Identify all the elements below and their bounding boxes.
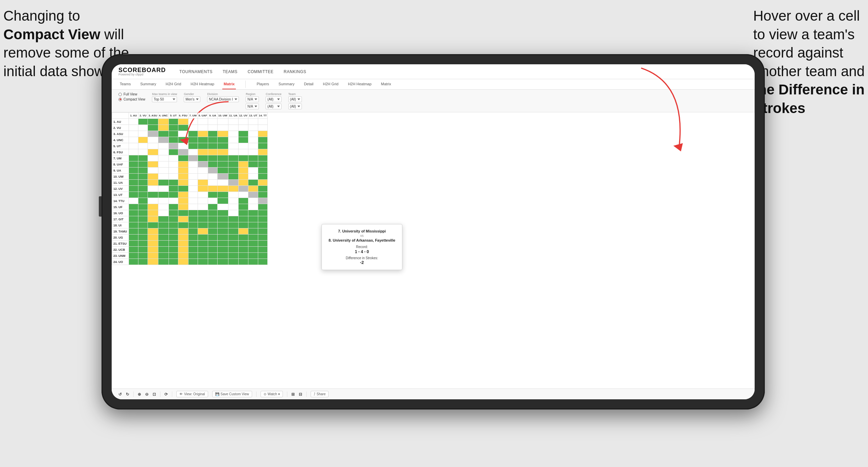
matrix-cell[interactable] — [169, 204, 178, 210]
matrix-cell[interactable] — [228, 192, 238, 198]
matrix-cell[interactable] — [208, 192, 217, 198]
zoom-out-icon[interactable]: ⊖ — [145, 392, 149, 397]
matrix-cell[interactable] — [198, 186, 208, 192]
matrix-cell[interactable] — [258, 131, 268, 137]
matrix-cell[interactable] — [248, 228, 258, 235]
matrix-cell[interactable] — [228, 247, 238, 253]
matrix-cell[interactable] — [208, 155, 217, 161]
matrix-cell[interactable] — [148, 186, 158, 192]
matrix-cell[interactable] — [158, 168, 169, 174]
matrix-cell[interactable] — [169, 216, 178, 222]
matrix-cell[interactable] — [129, 247, 138, 253]
matrix-cell[interactable] — [228, 241, 238, 247]
matrix-cell[interactable] — [238, 192, 248, 198]
matrix-cell[interactable] — [129, 210, 138, 216]
matrix-cell[interactable] — [138, 247, 148, 253]
matrix-cell[interactable] — [158, 155, 169, 161]
matrix-cell[interactable] — [129, 161, 138, 168]
matrix-cell[interactable] — [129, 180, 138, 186]
matrix-cell[interactable] — [238, 186, 248, 192]
matrix-cell[interactable] — [129, 192, 138, 198]
full-view-option[interactable]: Full View — [118, 92, 145, 96]
matrix-cell[interactable] — [148, 228, 158, 235]
matrix-cell[interactable] — [217, 161, 228, 168]
sub-nav-matrix1[interactable]: Matrix — [222, 79, 236, 89]
matrix-cell[interactable] — [138, 143, 148, 149]
matrix-cell[interactable] — [208, 180, 217, 186]
matrix-cell[interactable] — [138, 137, 148, 143]
matrix-cell[interactable] — [217, 180, 228, 186]
matrix-cell[interactable] — [148, 125, 158, 131]
matrix-cell[interactable] — [169, 168, 178, 174]
matrix-cell[interactable] — [158, 216, 169, 222]
matrix-cell[interactable] — [198, 180, 208, 186]
matrix-cell[interactable] — [148, 198, 158, 204]
matrix-cell[interactable] — [138, 235, 148, 241]
watch-button[interactable]: ⊙ Watch ▾ — [261, 391, 283, 397]
matrix-cell[interactable] — [217, 241, 228, 247]
matrix-cell[interactable] — [148, 119, 158, 125]
matrix-cell[interactable] — [129, 216, 138, 222]
matrix-cell[interactable] — [188, 228, 198, 235]
matrix-cell[interactable] — [208, 259, 217, 265]
matrix-cell[interactable] — [198, 168, 208, 174]
matrix-cell[interactable] — [129, 186, 138, 192]
matrix-cell[interactable] — [228, 174, 238, 180]
matrix-cell[interactable] — [138, 131, 148, 137]
matrix-cell[interactable] — [148, 204, 158, 210]
matrix-cell[interactable] — [158, 210, 169, 216]
matrix-cell[interactable] — [198, 161, 208, 168]
sub-nav-summary1[interactable]: Summary — [139, 79, 157, 89]
matrix-cell[interactable] — [228, 259, 238, 265]
matrix-cell[interactable] — [258, 198, 268, 204]
matrix-cell[interactable] — [198, 174, 208, 180]
matrix-cell[interactable] — [238, 222, 248, 228]
matrix-cell[interactable] — [129, 198, 138, 204]
matrix-cell[interactable] — [217, 174, 228, 180]
matrix-cell[interactable] — [258, 143, 268, 149]
matrix-cell[interactable] — [148, 149, 158, 155]
matrix-cell[interactable] — [158, 241, 169, 247]
matrix-cell[interactable] — [198, 198, 208, 204]
matrix-cell[interactable] — [248, 247, 258, 253]
matrix-cell[interactable] — [169, 222, 178, 228]
matrix-cell[interactable] — [217, 198, 228, 204]
matrix-cell[interactable] — [198, 241, 208, 247]
matrix-cell[interactable] — [169, 247, 178, 253]
matrix-cell[interactable] — [228, 168, 238, 174]
undo-icon[interactable]: ↺ — [118, 392, 122, 397]
matrix-cell[interactable] — [238, 137, 248, 143]
matrix-cell[interactable] — [169, 186, 178, 192]
matrix-cell[interactable] — [198, 210, 208, 216]
matrix-cell[interactable] — [148, 192, 158, 198]
matrix-cell[interactable] — [228, 222, 238, 228]
matrix-cell[interactable] — [238, 131, 248, 137]
filter-region-select[interactable]: N/A — [246, 96, 259, 102]
matrix-cell[interactable] — [258, 235, 268, 241]
matrix-cell[interactable] — [198, 228, 208, 235]
matrix-cell[interactable] — [148, 174, 158, 180]
matrix-cell[interactable] — [258, 137, 268, 143]
matrix-cell[interactable] — [217, 259, 228, 265]
matrix-cell[interactable] — [169, 253, 178, 259]
matrix-cell[interactable] — [248, 161, 258, 168]
matrix-cell[interactable] — [238, 204, 248, 210]
matrix-cell[interactable] — [138, 228, 148, 235]
sub-nav-matrix2[interactable]: Matrix — [380, 79, 393, 89]
matrix-cell[interactable] — [208, 210, 217, 216]
matrix-cell[interactable] — [188, 247, 198, 253]
matrix-cell[interactable] — [258, 168, 268, 174]
matrix-cell[interactable] — [217, 247, 228, 253]
matrix-cell[interactable] — [208, 235, 217, 241]
save-custom-view-button[interactable]: 💾 Save Custom View — [212, 391, 252, 397]
matrix-cell[interactable] — [178, 228, 188, 235]
matrix-cell[interactable] — [228, 161, 238, 168]
matrix-cell[interactable] — [198, 216, 208, 222]
redo-icon[interactable]: ↻ — [126, 392, 129, 397]
matrix-cell[interactable] — [148, 259, 158, 265]
matrix-cell[interactable] — [148, 168, 158, 174]
matrix-cell[interactable] — [129, 143, 138, 149]
matrix-cell[interactable] — [178, 174, 188, 180]
matrix-cell[interactable] — [169, 228, 178, 235]
matrix-cell[interactable] — [178, 180, 188, 186]
